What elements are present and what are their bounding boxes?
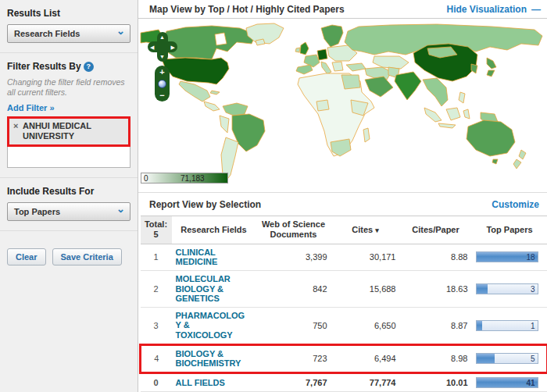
hide-visualization-link[interactable]: Hide Visualization— — [447, 4, 541, 15]
divider — [0, 177, 138, 178]
country-sumatra[interactable] — [424, 108, 442, 122]
country-japan[interactable] — [487, 58, 496, 77]
bar-value: 1 — [531, 322, 535, 330]
col-cites-per-paper: Cites/Paper — [400, 216, 472, 244]
bar-value: 41 — [526, 379, 534, 387]
country-uk[interactable] — [300, 42, 309, 55]
results-list-value: Research Fields — [14, 29, 80, 38]
top-papers-bar: 5 — [476, 353, 538, 364]
main-panel: Map View by Top / Hot / Highly Cited Pap… — [138, 0, 547, 392]
clear-button[interactable]: Clear — [7, 248, 46, 265]
country-scandinavia[interactable] — [321, 25, 343, 47]
globe-icon[interactable] — [158, 80, 166, 88]
country-cuba[interactable] — [210, 91, 220, 94]
country-tasmania[interactable] — [492, 159, 498, 164]
customize-link[interactable]: Customize — [492, 199, 539, 210]
zoom-out-icon[interactable]: − — [159, 91, 164, 99]
cites-cell: 30,171 — [331, 244, 400, 270]
field-cell: PHARMACOLOG Y & TOXICOLOGY — [172, 307, 256, 344]
legend-min-label: 0 — [144, 174, 148, 183]
country-central_america[interactable] — [204, 102, 220, 111]
chevron-down-icon: ⌄ — [116, 205, 125, 213]
top-papers-cell: 3 — [472, 270, 547, 307]
rank-cell: 1 — [141, 244, 172, 270]
world-map[interactable]: ▲ ▼ ◀ ▶ + − 0 71,183 — [138, 19, 547, 187]
country-india[interactable] — [395, 72, 421, 100]
country-peru[interactable] — [220, 116, 229, 133]
results-list-heading: Results List — [7, 8, 130, 19]
country-usa[interactable] — [162, 58, 229, 84]
bar-value: 3 — [531, 285, 535, 294]
field-cell: ALL FIELDS — [172, 373, 256, 392]
bar-fill — [477, 284, 488, 294]
country-borneo[interactable] — [446, 108, 460, 120]
country-nigeria[interactable] — [316, 100, 329, 111]
map-zoom-control[interactable]: + − — [155, 66, 170, 102]
pan-down-icon[interactable]: ▼ — [159, 54, 165, 59]
remove-filter-icon[interactable]: × — [13, 121, 18, 131]
country-sulawesi[interactable] — [463, 109, 470, 119]
add-filter-link[interactable]: Add Filter » — [7, 103, 55, 112]
country-egypt[interactable] — [341, 75, 360, 89]
col-top-papers: Top Papers — [472, 216, 547, 244]
country-italy[interactable] — [321, 62, 331, 74]
report-section: Report View by Selection Customize Total… — [138, 192, 547, 392]
zoom-in-icon[interactable]: + — [159, 68, 164, 76]
field-link[interactable]: BIOLOGY & BIOCHEMISTRY — [176, 349, 252, 369]
include-results-value: Top Papers — [14, 207, 60, 216]
country-kazakhstan[interactable] — [373, 56, 409, 69]
country-hudson_bay[interactable] — [215, 33, 227, 45]
rank-cell: 3 — [141, 307, 172, 344]
country-spain[interactable] — [296, 65, 313, 74]
help-icon[interactable]: ? — [84, 62, 94, 72]
country-madagascar[interactable] — [363, 128, 370, 142]
field-cell: BIOLOGY & BIOCHEMISTRY — [172, 344, 256, 372]
country-mexico[interactable] — [179, 81, 210, 102]
include-results-heading: Include Results For — [7, 186, 130, 197]
country-new_zealand[interactable] — [513, 150, 526, 169]
sort-desc-icon: ▾ — [375, 226, 379, 234]
country-saudi_arabia[interactable] — [365, 77, 393, 97]
country-colombia_venezuela[interactable] — [223, 103, 248, 116]
total-count-header: Total: 5 — [141, 216, 172, 244]
save-criteria-button[interactable]: Save Criteria — [52, 248, 122, 265]
page: Results List Research Fields ⌄ Filter Re… — [0, 0, 547, 392]
sidebar: Results List Research Fields ⌄ Filter Re… — [0, 0, 138, 392]
pan-right-icon[interactable]: ▶ — [171, 45, 175, 50]
report-table: Total: 5 Research Fields Web of Science … — [139, 216, 547, 392]
bar-value: 18 — [526, 253, 534, 262]
field-link[interactable]: ALL FIELDS — [176, 378, 252, 388]
active-filter-item[interactable]: × ANHUI MEDICAL UNIVERSITY — [7, 116, 130, 146]
country-korea[interactable] — [471, 64, 477, 73]
field-link[interactable]: PHARMACOLOG Y & TOXICOLOGY — [176, 311, 252, 340]
docs-cell: 3,399 — [256, 244, 331, 270]
rank-cell: 4 — [141, 344, 172, 372]
country-turkey[interactable] — [346, 63, 366, 71]
results-list-dropdown[interactable]: Research Fields ⌄ — [7, 24, 130, 43]
country-java[interactable] — [438, 123, 456, 128]
top-papers-cell: 41 — [472, 373, 547, 392]
country-se_asia[interactable] — [423, 78, 448, 106]
cites-cell: 6,650 — [331, 307, 400, 344]
pan-up-icon[interactable]: ▲ — [159, 34, 165, 40]
map-header: Map View by Top / Hot / Highly Cited Pap… — [138, 0, 547, 19]
country-germany[interactable] — [317, 49, 327, 60]
cites-per-paper-cell: 8.88 — [400, 244, 472, 270]
bar-fill — [477, 321, 482, 330]
field-link[interactable]: MOLECULAR BIOLOGY & GENETICS — [176, 274, 252, 304]
field-link[interactable]: CLINICAL MEDICINE — [176, 248, 252, 267]
col-research-fields: Research Fields — [172, 216, 256, 244]
map-view-title: Map View by Top / Hot / Highly Cited Pap… — [149, 4, 345, 15]
report-view-title: Report View by Selection — [149, 199, 261, 210]
country-balkans[interactable] — [332, 62, 343, 71]
cites-cell: 6,494 — [331, 344, 400, 372]
top-papers-cell: 5 — [472, 344, 547, 372]
country-ireland[interactable] — [295, 48, 300, 52]
include-results-dropdown[interactable]: Top Papers ⌄ — [7, 202, 130, 221]
map-pan-control[interactable]: ▲ ▼ ◀ ▶ — [148, 32, 177, 62]
collapse-icon: — — [531, 4, 541, 15]
country-philippines[interactable] — [459, 92, 465, 103]
country-australia[interactable] — [467, 120, 515, 156]
col-cites-sort[interactable]: Cites ▾ — [331, 216, 400, 244]
pan-left-icon[interactable]: ◀ — [150, 45, 154, 50]
